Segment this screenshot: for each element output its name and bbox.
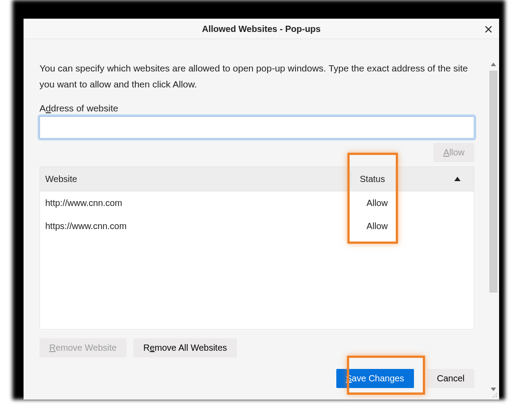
cell-website: http://www.cnn.com — [40, 198, 351, 208]
save-changes-button[interactable]: Save Changes — [336, 369, 414, 388]
col-header-status[interactable]: Status — [351, 172, 395, 186]
allow-button[interactable]: Allow — [433, 143, 474, 162]
table-row[interactable]: https://www.cnn.com Allow — [40, 214, 474, 238]
dialog-content: You can specify which websites are allow… — [24, 39, 499, 399]
table-body: http://www.cnn.com Allow https://www.cnn… — [40, 191, 474, 329]
popup-exceptions-dialog: Allowed Websites - Pop-ups You can s — [24, 19, 499, 400]
svg-point-6 — [494, 396, 495, 397]
table-header[interactable]: Website Status — [40, 167, 474, 191]
allowed-sites-table: Website Status http://www.cnn.com Allow … — [39, 166, 474, 329]
svg-point-5 — [492, 396, 493, 397]
resize-icon — [491, 392, 497, 398]
cell-status: Allow — [351, 221, 395, 231]
remove-all-websites-button[interactable]: Remove All Websites — [134, 338, 237, 357]
dialog-titlebar: Allowed Websites - Pop-ups — [24, 19, 499, 39]
resize-grip[interactable] — [491, 392, 497, 398]
col-sort-indicator[interactable] — [395, 177, 474, 181]
chevron-up-icon — [491, 63, 496, 66]
table-row[interactable]: http://www.cnn.com Allow — [40, 191, 474, 214]
close-icon — [484, 25, 492, 33]
dialog-description: You can specify which websites are allow… — [39, 60, 474, 92]
remove-website-button[interactable]: Remove Website — [39, 338, 126, 357]
chevron-down-icon — [491, 388, 496, 391]
cell-status: Allow — [351, 198, 395, 208]
svg-point-4 — [496, 395, 497, 396]
address-input[interactable] — [39, 116, 474, 139]
cell-website: https://www.cnn.com — [40, 221, 351, 231]
close-button[interactable] — [480, 21, 497, 38]
scrollbar[interactable] — [488, 59, 499, 395]
svg-point-3 — [494, 395, 495, 396]
col-header-website[interactable]: Website — [40, 174, 351, 184]
svg-point-7 — [496, 396, 497, 397]
address-label: Address of website — [39, 103, 474, 114]
scroll-thumb[interactable] — [489, 71, 497, 293]
scroll-up-button[interactable] — [488, 59, 499, 70]
dialog-title: Allowed Websites - Pop-ups — [202, 24, 320, 34]
cancel-button[interactable]: Cancel — [427, 369, 474, 388]
svg-point-2 — [496, 393, 497, 394]
sort-asc-icon — [454, 177, 461, 181]
